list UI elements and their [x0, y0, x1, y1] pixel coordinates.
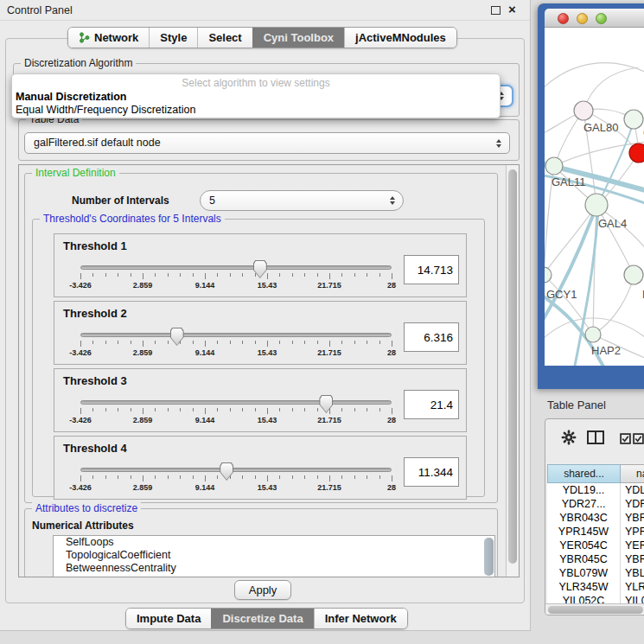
tab-network[interactable]: Network: [68, 28, 149, 48]
tick-mark: [367, 273, 367, 277]
network-node[interactable]: [545, 267, 552, 283]
tick-mark: [168, 408, 169, 411]
tick-mark: [193, 408, 194, 411]
attribute-list-item[interactable]: TopologicalCoefficient: [54, 549, 494, 562]
dropdown-option-manual-discretization[interactable]: Manual Discretization: [16, 91, 127, 103]
tick-mark: [180, 408, 181, 411]
tab-jactivemnodules[interactable]: jActiveMNodules: [344, 28, 456, 48]
dropdown-option-equal-width-frequency[interactable]: Equal Width/Frequency Discretization: [16, 104, 195, 116]
numerical-attributes-heading: Numerical Attributes: [32, 520, 134, 532]
tab-style[interactable]: Style: [149, 28, 197, 48]
table-data-value: galFiltered.sif default node: [34, 137, 161, 149]
settings-gear-icon[interactable]: [561, 430, 577, 449]
number-of-intervals-spinner[interactable]: 5: [200, 190, 404, 211]
tick-mark: [105, 475, 106, 479]
slider-track[interactable]: [80, 333, 392, 337]
tick-mark: [131, 475, 131, 479]
cell-shared-name: YLR345W: [547, 580, 621, 594]
table-data-select[interactable]: galFiltered.sif default node: [24, 132, 510, 154]
float-window-icon[interactable]: [491, 6, 501, 15]
tick-mark: [255, 341, 256, 344]
tab-impute-data[interactable]: Impute Data: [126, 609, 211, 628]
table-row[interactable]: YDL19...YDL1: [547, 483, 644, 497]
tick-label: 9.144: [186, 416, 224, 424]
threshold-3-slider: -3.4262.8599.14415.4321.71528: [80, 397, 392, 430]
node-label: HAP2: [591, 344, 621, 357]
threshold-2-value-field[interactable]: [404, 322, 459, 352]
tick-mark: [118, 475, 118, 479]
tick-mark: [143, 341, 143, 347]
tick-label: -3.426: [61, 348, 99, 357]
table-row[interactable]: YPR145WYPR1: [547, 525, 644, 539]
tick-mark: [317, 475, 318, 479]
tick-mark: [230, 475, 231, 479]
cell-name: YDR2: [621, 497, 644, 511]
horizontal-scrollbar-thumb[interactable]: [548, 606, 643, 614]
network-node[interactable]: [585, 327, 601, 342]
minimize-traffic-light-icon[interactable]: [577, 13, 588, 24]
network-canvas[interactable]: GAL80 G C GAL11 GAL4 GCY1 H HAP2: [545, 28, 644, 366]
slider-track[interactable]: [80, 265, 392, 270]
tick-label: 21.715: [310, 281, 348, 290]
slider-track[interactable]: [80, 400, 392, 405]
table-row[interactable]: YLR345WYLR3: [547, 580, 644, 594]
vertical-scrollbar-thumb[interactable]: [508, 169, 517, 564]
network-node[interactable]: [585, 194, 608, 216]
zoom-traffic-light-icon[interactable]: [596, 13, 607, 24]
table-data-group: Table Data galFiltered.sif default node: [18, 119, 520, 161]
close-traffic-light-icon[interactable]: [558, 13, 569, 24]
tick-mark: [143, 475, 143, 481]
tab-discretize-data[interactable]: Discretize Data: [211, 609, 313, 628]
network-node[interactable]: [624, 265, 643, 284]
list-scrollbar[interactable]: [484, 538, 494, 576]
tick-mark: [230, 408, 231, 411]
close-icon[interactable]: ×: [508, 2, 516, 17]
slider-ticks: [80, 341, 392, 348]
tab-cyni-toolbox[interactable]: Cyni Toolbox: [252, 28, 344, 48]
vertical-scrollbar[interactable]: [506, 165, 519, 577]
tick-mark: [180, 475, 181, 479]
tick-mark: [193, 273, 194, 277]
bottom-tab-bar: Impute Data Discretize Data Infer Networ…: [125, 608, 408, 629]
network-window-titlebar[interactable]: [545, 9, 644, 28]
apply-button[interactable]: Apply: [234, 580, 291, 600]
column-header-name[interactable]: na: [621, 464, 644, 483]
column-header-shared-name[interactable]: shared...: [547, 464, 621, 483]
spinner-arrows-icon: [390, 196, 395, 205]
threshold-1-value-field[interactable]: [404, 255, 459, 284]
checkbox-column-icon[interactable]: [633, 432, 644, 443]
tick-mark: [255, 273, 256, 277]
network-node[interactable]: [574, 101, 593, 120]
checkbox-column-icon[interactable]: [620, 432, 631, 443]
horizontal-scrollbar[interactable]: [545, 603, 644, 615]
threshold-3-value-field[interactable]: [404, 390, 459, 419]
tick-mark: [193, 341, 194, 344]
tick-mark: [92, 408, 93, 411]
threshold-1-label: Threshold 1: [63, 239, 127, 252]
tick-mark: [304, 273, 305, 277]
tick-mark: [255, 475, 256, 479]
network-node[interactable]: [629, 143, 644, 163]
table-row[interactable]: YBR045CYBR0: [547, 552, 644, 566]
tab-select[interactable]: Select: [197, 28, 252, 48]
threshold-4-value-field[interactable]: [404, 457, 459, 487]
tick-label: 21.715: [310, 416, 348, 424]
table-row[interactable]: YBL079WYBL0: [547, 566, 644, 580]
tick-mark: [205, 273, 206, 279]
tick-mark: [105, 273, 106, 277]
slider-track[interactable]: [80, 468, 392, 472]
table-row[interactable]: YER054CYER0: [547, 539, 644, 552]
tab-infer-network[interactable]: Infer Network: [314, 609, 407, 628]
tick-mark: [205, 475, 206, 481]
tick-mark: [379, 475, 380, 479]
cell-name: YBL0: [621, 566, 644, 580]
attribute-list-item[interactable]: SelfLoops: [54, 536, 494, 549]
attribute-list-item[interactable]: BetweennessCentrality: [54, 562, 494, 575]
threshold-4-slider: -3.4262.8599.14415.4321.71528: [80, 464, 392, 497]
network-node[interactable]: [624, 110, 643, 129]
network-node[interactable]: [545, 157, 563, 175]
tick-mark: [143, 273, 143, 279]
split-columns-icon[interactable]: [587, 430, 604, 448]
table-row[interactable]: YBR043CYBR0: [547, 511, 644, 525]
table-row[interactable]: YDR27...YDR2: [547, 497, 644, 511]
